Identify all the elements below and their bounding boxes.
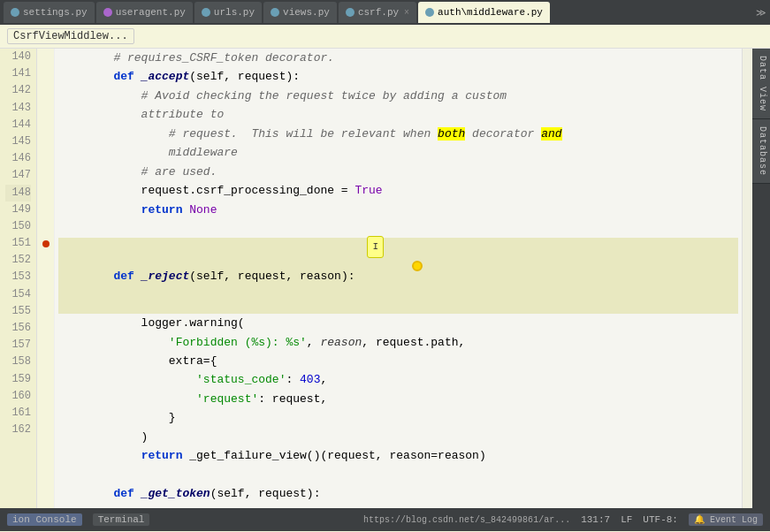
terminal-tab[interactable]: Terminal	[93, 513, 150, 526]
tab-icon-settings	[11, 8, 19, 17]
line-num-161: 161	[5, 405, 31, 422]
code-line-148: def _reject(self, request, reason): I	[58, 238, 738, 314]
tab-label-views: views.py	[283, 7, 330, 18]
code-line-150: 'Forbidden (%s): %s', reason, request.pa…	[58, 333, 738, 352]
tab-label-csrf: csrf.py	[358, 7, 399, 18]
tab-icon-urls	[202, 8, 210, 17]
line-num-154: 154	[5, 286, 31, 303]
code-line-152: 'status_code': 403,	[58, 370, 738, 389]
breadcrumb[interactable]: CsrfViewMiddlew...	[7, 28, 134, 44]
code-line-147	[58, 219, 738, 238]
url-display: https://blog.csdn.net/s_842499861/ar...	[363, 515, 570, 525]
code-line-143: # request. This will be relevant when bo…	[58, 125, 738, 143]
console-tab[interactable]: ion Console	[7, 513, 82, 526]
line-num-162: 162	[5, 422, 31, 438]
tab-views[interactable]: views.py	[263, 2, 337, 23]
cursor-dot	[412, 261, 423, 271]
breakpoint-marker	[42, 240, 50, 247]
code-line-155: )	[58, 428, 738, 446]
line-num-147: 147	[5, 167, 31, 184]
tab-icon-useragent	[103, 8, 112, 17]
tab-icon-views	[271, 8, 279, 17]
event-log-label: Event Log	[710, 515, 758, 525]
scrollbar[interactable]	[742, 49, 752, 508]
code-line-141: def _accept(self, request):	[58, 67, 738, 86]
code-line-151: extra={	[58, 352, 738, 370]
line-num-160: 160	[5, 388, 31, 405]
code-line-156: return _get_failure_view()(request, reas…	[58, 446, 738, 465]
line-num-146: 146	[5, 150, 31, 167]
line-num-144: 144	[5, 117, 31, 133]
status-bar: ion Console Terminal https://blog.csdn.n…	[0, 508, 770, 531]
tab-label-useragent: useragent.py	[116, 7, 186, 18]
code-line-143b: middleware	[58, 143, 738, 162]
line-num-152: 152	[5, 252, 31, 269]
cursor-tooltip: I	[367, 236, 384, 257]
tab-useragent[interactable]: useragent.py	[96, 2, 193, 23]
code-line-149: logger.warning(	[58, 314, 738, 332]
code-line-140: # requires_CSRF_token decorator.	[58, 49, 738, 67]
line-num-141: 141	[5, 65, 31, 82]
tab-icon-auth	[425, 8, 434, 17]
code-line-146: return None	[58, 201, 738, 219]
status-left: ion Console Terminal	[7, 513, 149, 526]
breadcrumb-bar: CsrfViewMiddlew...	[0, 25, 770, 49]
charset-display: UTF-8:	[643, 514, 678, 525]
event-log-button[interactable]: 🔔 Event Log	[689, 513, 763, 526]
tab-urls[interactable]: urls.py	[194, 2, 262, 23]
code-line-153: 'request': request,	[58, 390, 738, 408]
line-num-151: 151	[5, 235, 31, 252]
line-num-156: 156	[5, 320, 31, 337]
line-ending: LF	[621, 514, 632, 525]
code-line-142b: attribute to	[58, 105, 738, 124]
tab-auth-middleware[interactable]: auth\middleware.py	[418, 2, 550, 23]
line-num-159: 159	[5, 371, 31, 388]
line-numbers: 140 141 142 143 144 145 146 147 148 149 …	[0, 49, 37, 508]
database-panel[interactable]: Database	[752, 119, 770, 184]
line-num-149: 149	[5, 201, 31, 218]
code-line-157	[58, 466, 738, 484]
tab-overflow-icon[interactable]: ≫	[756, 7, 766, 19]
code-line-142: # Avoid checking the request twice by ad…	[58, 87, 738, 105]
tab-overflow: ≫	[756, 7, 766, 19]
data-view-panel[interactable]: Data View	[752, 49, 770, 119]
event-log-icon: 🔔	[694, 515, 705, 525]
line-num-143: 143	[5, 100, 31, 117]
line-num-140: 140	[5, 49, 31, 65]
line-num-155: 155	[5, 303, 31, 320]
line-num-158: 158	[5, 353, 31, 370]
cursor-marker: I	[355, 238, 422, 314]
line-num-145: 145	[5, 133, 31, 150]
tab-settings[interactable]: settings.py	[4, 2, 95, 23]
code-line-159: if settings.CSRF_USE_SESSIONS:	[58, 504, 738, 509]
line-num-150: 150	[5, 218, 31, 235]
code-line-144: # are used.	[58, 163, 738, 181]
gutter	[37, 49, 55, 508]
cursor-position: 131:7	[581, 514, 610, 525]
line-num-157: 157	[5, 337, 31, 353]
code-line-158: def _get_token(self, request):	[58, 484, 738, 503]
right-panels: Data View Database	[752, 49, 770, 508]
tab-label-urls: urls.py	[214, 7, 255, 18]
close-csrf-icon[interactable]: ×	[404, 8, 409, 18]
tab-label-auth: auth\middleware.py	[438, 7, 543, 18]
tab-csrf[interactable]: csrf.py ×	[339, 2, 416, 23]
tab-icon-csrf	[346, 8, 355, 17]
code-line-145: request.csrf_processing_done = True	[58, 181, 738, 200]
tab-label-settings: settings.py	[23, 7, 88, 18]
code-line-154: }	[58, 408, 738, 427]
line-num-148: 148	[5, 185, 31, 201]
tab-bar: settings.py useragent.py urls.py views.p…	[0, 0, 770, 25]
main-content: 140 141 142 143 144 145 146 147 148 149 …	[0, 49, 770, 508]
line-num-153: 153	[5, 269, 31, 285]
code-editor[interactable]: # requires_CSRF_token decorator. def _ac…	[55, 49, 742, 508]
line-num-142: 142	[5, 82, 31, 99]
status-right: https://blog.csdn.net/s_842499861/ar... …	[363, 513, 763, 526]
